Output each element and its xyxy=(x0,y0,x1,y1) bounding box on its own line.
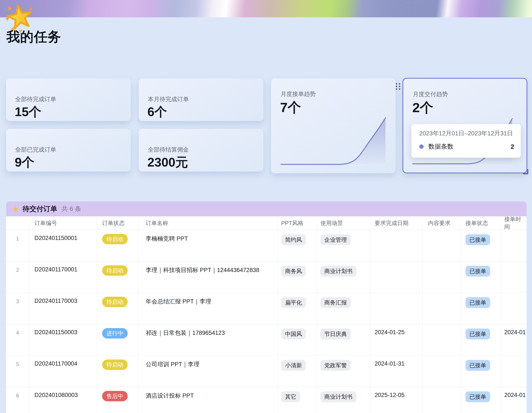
stat-value: 6个 xyxy=(147,103,167,120)
scene-tag: 商业计划书 xyxy=(320,266,356,276)
scene-tag: 商务汇报 xyxy=(320,297,351,308)
content-req xyxy=(423,293,461,324)
drag-handle-icon[interactable] xyxy=(396,83,401,91)
row-index: 4 xyxy=(6,324,29,355)
table-row-5[interactable]: 5 D202401170004 待启动 公司培训 PPT｜李理 小清新 党政军警… xyxy=(6,356,527,387)
col-header-status[interactable]: 订单状态 xyxy=(97,216,139,230)
accept-badge: 已接单 xyxy=(466,266,490,276)
pending-delivery-table: 待交付订单 共 6 条 订单编号 订单状态 订单名称 PPT风格 使用场景 要求… xyxy=(6,202,527,413)
order-no: D202401170003 xyxy=(29,293,97,324)
chart-tooltip: 2023年12月01日–2023年12月31日 数据条数 2 xyxy=(411,124,521,158)
stat-value: 9个 xyxy=(15,154,34,171)
status-badge: 待启动 xyxy=(102,297,128,307)
accept-time: 2024-01 xyxy=(501,324,527,355)
order-no: D202401080003 xyxy=(29,387,97,413)
dashboard-page: 我的任务 全部待完成订单 15个 本月待完成订单 6个 全部已完成订单 9个 全… xyxy=(0,0,532,413)
tooltip-date-range: 2023年12月01日–2023年12月31日 xyxy=(411,129,521,138)
row-index: 6 xyxy=(6,387,29,413)
chart-card-order-trend[interactable]: 月度接单趋势 7个 xyxy=(271,78,396,173)
order-name: 公司培训 PPT｜李理 xyxy=(139,356,278,387)
accept-time xyxy=(501,261,527,293)
chart-label: 月度交付趋势 xyxy=(413,90,448,98)
stat-card-all-pending: 全部待完成订单 15个 xyxy=(6,78,131,121)
col-header-order-no[interactable]: 订单编号 xyxy=(29,216,97,230)
status-badge: 待启动 xyxy=(102,234,128,244)
col-header-accept-time[interactable]: 接单时间 xyxy=(501,216,527,230)
order-no: D202401170001 xyxy=(29,261,97,293)
col-header-accept-status[interactable]: 接单状态 xyxy=(461,216,501,230)
order-name: 李理｜科技项目招标 PPT｜1244436472838 xyxy=(139,261,278,293)
series-dot-icon xyxy=(419,145,424,149)
chart-value: 2个 xyxy=(412,99,433,117)
tooltip-series-label: 数据条数 xyxy=(428,142,454,151)
banner-gradient xyxy=(0,0,532,17)
content-req xyxy=(423,356,461,387)
stat-value: 15个 xyxy=(15,103,41,120)
resize-handle[interactable] xyxy=(523,169,528,174)
style-tag: 小清新 xyxy=(281,360,306,371)
accept-badge: 已接单 xyxy=(466,329,490,339)
section-title: 待交付订单 xyxy=(23,204,57,214)
order-no: D202401150003 xyxy=(29,324,97,355)
col-header-content-req[interactable]: 内容要求 xyxy=(423,216,461,230)
row-index: 3 xyxy=(6,293,29,324)
lightning-icon xyxy=(12,205,19,213)
table-header-row: 订单编号 订单状态 订单名称 PPT风格 使用场景 要求完成日期 内容要求 接单… xyxy=(6,216,527,230)
chart-label: 月度接单趋势 xyxy=(281,90,316,98)
table-section-header: 待交付订单 共 6 条 xyxy=(6,202,527,216)
accept-time xyxy=(501,230,527,261)
status-badge: 待启动 xyxy=(102,265,128,276)
col-header-scene[interactable]: 使用场景 xyxy=(316,216,370,230)
col-header-index[interactable] xyxy=(6,216,29,230)
table-row-6[interactable]: 6 D202401080003 售后中 酒店设计投标 PPT 其它 商业计划书 … xyxy=(6,387,527,413)
page-title: 我的任务 xyxy=(7,28,61,46)
scene-tag: 企业管理 xyxy=(320,234,351,245)
stat-label: 全部待结算佣金 xyxy=(148,146,189,154)
stat-value: 2300元 xyxy=(147,154,188,171)
accept-time xyxy=(501,356,527,387)
accept-badge: 已接单 xyxy=(466,391,490,402)
section-count: 共 6 条 xyxy=(62,205,81,213)
content-req xyxy=(423,230,461,261)
scene-tag: 党政军警 xyxy=(320,360,351,371)
content-req xyxy=(423,261,461,293)
accept-badge: 已接单 xyxy=(466,297,490,308)
stat-card-month-pending: 本月待完成订单 6个 xyxy=(139,78,263,121)
accept-time xyxy=(501,293,527,324)
col-header-style[interactable]: PPT风格 xyxy=(278,216,316,230)
style-tag: 简约风 xyxy=(281,234,306,245)
due-date: 2024-01-31 xyxy=(370,356,423,387)
stat-card-commission: 全部待结算佣金 2300元 xyxy=(139,129,263,172)
row-index: 1 xyxy=(6,230,29,261)
order-name: 酒店设计投标 PPT xyxy=(139,387,278,413)
status-badge: 待启动 xyxy=(102,359,128,370)
accept-badge: 已接单 xyxy=(466,234,490,245)
order-no: D202401150001 xyxy=(29,230,97,261)
due-date: 2025-12-05 xyxy=(370,387,423,413)
accept-badge: 已接单 xyxy=(466,360,490,371)
table-row-3[interactable]: 3 D202401170003 待启动 年会总结汇报 PPT｜李理 扁平化 商务… xyxy=(6,293,527,324)
order-name: 祁连｜日常包装｜1789654123 xyxy=(139,324,278,355)
table-row-1[interactable]: 1 D202401150001 待启动 李楠楠竞聘 PPT 简约风 企业管理 已… xyxy=(6,230,527,261)
due-date: 2024-01-25 xyxy=(370,324,423,355)
col-header-name[interactable]: 订单名称 xyxy=(139,216,278,230)
col-header-due-date[interactable]: 要求完成日期 xyxy=(370,216,423,230)
accept-time: 2024-01 xyxy=(501,387,527,413)
chart-value: 7个 xyxy=(280,98,301,117)
order-name: 年会总结汇报 PPT｜李理 xyxy=(139,293,278,324)
stat-card-all-done: 全部已完成订单 9个 xyxy=(6,129,131,172)
order-no: D202401170004 xyxy=(29,356,97,387)
status-badge: 进行中 xyxy=(102,328,128,339)
status-badge: 售后中 xyxy=(102,391,128,401)
due-date xyxy=(370,261,423,293)
due-date xyxy=(370,230,423,261)
content-req xyxy=(423,324,461,355)
table-row-2[interactable]: 2 D202401170001 待启动 李理｜科技项目招标 PPT｜124443… xyxy=(6,261,527,293)
row-index: 5 xyxy=(6,356,29,387)
table-row-4[interactable]: 4 D202401150003 进行中 祁连｜日常包装｜1789654123 中… xyxy=(6,324,527,356)
chart-card-delivery-trend[interactable]: 月度交付趋势 2个 2023年12月01日–2023年12月31日 数据条数 2 xyxy=(403,78,527,173)
scene-tag: 节日庆典 xyxy=(320,329,351,339)
content-req xyxy=(423,387,461,413)
style-tag: 商务风 xyxy=(281,266,306,276)
tooltip-series-value: 2 xyxy=(511,143,514,150)
